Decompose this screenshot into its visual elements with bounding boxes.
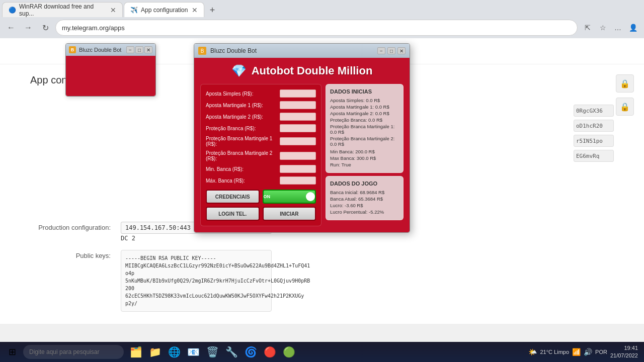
- production-config-label: Production configuration:: [30, 222, 111, 231]
- mini-bot-title-text: Bluzc Double Bot: [79, 47, 123, 53]
- url-text: my.telegram.org/apps: [62, 24, 125, 32]
- favorites-button[interactable]: ☆: [596, 21, 610, 35]
- taskbar-apps: 🗂️ 📁 🌐 📧 🗑️ 🔧 🌀 🔴 🟢: [127, 343, 527, 361]
- bot-main-content: Aposta Simples (R$): Aposta Martingale 1…: [200, 84, 404, 226]
- bot-window-controls: − □ ✕: [377, 47, 406, 54]
- tab-appconfig-label: App configuration: [141, 7, 188, 14]
- bot-field-row-2: Aposta Martingale 1 (R$):: [206, 101, 316, 109]
- public-keys-code: -----BEGIN RSA PUBLIC KEY-----MIIBCgKCAQ…: [121, 250, 272, 312]
- taskbar-app-media[interactable]: 🌀: [242, 343, 260, 361]
- dados-jogo-title: DADOS DO JOGO: [330, 180, 399, 187]
- bot-left-panel: Aposta Simples (R$): Aposta Martingale 1…: [200, 84, 321, 226]
- tab-appconfig-icon: ✈️: [130, 7, 138, 14]
- hash-input-3: r5IN51po: [574, 135, 614, 147]
- page-wrapper: Home FAQ Apps API Protocol App configura…: [0, 38, 644, 324]
- extensions-button[interactable]: ⇱: [581, 21, 595, 35]
- start-button[interactable]: ⊞: [2, 343, 22, 361]
- taskbar-app-email[interactable]: 📧: [184, 343, 202, 361]
- taskbar-app-folder[interactable]: 📁: [146, 343, 164, 361]
- bot-field-label-6: Proteção Branca Martingale 2 (R$):: [206, 150, 278, 161]
- bot-field-row-5: Proteção Branca Martingale 1 (R$):: [206, 136, 316, 147]
- bot-main-title: Autobot Double Million: [252, 64, 373, 77]
- bot-field-input-8[interactable]: [280, 176, 316, 185]
- new-tab-button[interactable]: +: [205, 3, 219, 17]
- bot-field-input-6[interactable]: [280, 152, 316, 160]
- sidebar-icons: 🔒 🔒: [616, 74, 634, 116]
- public-key-text: -----BEGIN RSA PUBLIC KEY-----MIIBCgKCAQ…: [125, 254, 267, 307]
- hash-input-4: EG6mvRq: [574, 150, 614, 162]
- tab-winrar[interactable]: 🔵 WinRAR download free and sup... ✕: [2, 2, 123, 17]
- tray-weather-icon: 🌤️: [528, 348, 537, 356]
- mini-bot-close[interactable]: ✕: [144, 46, 152, 53]
- forward-button[interactable]: →: [21, 21, 35, 35]
- login-tel-button[interactable]: LOGIN TEL.: [206, 207, 260, 221]
- toggle-button[interactable]: ON: [263, 190, 316, 204]
- bot-window-icon: B: [198, 47, 206, 55]
- bot-secondary-buttons: LOGIN TEL. INICIAR: [206, 207, 316, 221]
- mini-bot-restore[interactable]: □: [135, 46, 143, 53]
- bot-field-label-2: Aposta Martingale 1 (R$):: [206, 103, 278, 108]
- toggle-circle: [306, 192, 315, 201]
- bot-field-input-5[interactable]: [280, 137, 316, 145]
- bot-field-input-4[interactable]: [280, 124, 316, 132]
- dados-iniciais-row-3: Aposta Martingale 2: 0.0 R$: [330, 111, 399, 116]
- taskbar-time: 19:41 21/07/2022: [610, 344, 638, 360]
- hash-value-4: EG6mvRq: [576, 153, 599, 159]
- dados-jogo-row-3: Lucro: -3.60 R$: [330, 203, 399, 208]
- tab-winrar-close[interactable]: ✕: [110, 6, 116, 14]
- hash-value-2: oD1hcR20: [576, 123, 603, 129]
- account-button[interactable]: 👤: [626, 21, 640, 35]
- toggle-on-label: ON: [264, 194, 271, 199]
- bot-field-input-1[interactable]: [280, 89, 316, 98]
- taskbar: ⊞ 🗂️ 📁 🌐 📧 🗑️ 🔧 🌀 🔴 🟢 🌤️ 21°C Limpo 📶 🔊 …: [0, 342, 644, 362]
- taskbar-app-browser[interactable]: 🌐: [165, 343, 183, 361]
- bot-field-label-7: Min. Banca (R$):: [206, 166, 278, 172]
- bot-right-panel: DADOS INICIAS Aposta Simples: 0.0 R$ Apo…: [326, 84, 404, 226]
- back-button[interactable]: ←: [4, 21, 18, 35]
- tab-appconfig[interactable]: ✈️ App configuration ✕: [124, 2, 204, 17]
- bot-minimize-button[interactable]: −: [377, 47, 385, 54]
- lock-icon-1[interactable]: 🔒: [616, 74, 634, 93]
- taskbar-app-trash[interactable]: 🗑️: [203, 343, 221, 361]
- lock-icon-2[interactable]: 🔒: [616, 98, 634, 116]
- refresh-button[interactable]: ↻: [38, 21, 52, 35]
- bot-field-row-6: Proteção Branca Martingale 2 (R$):: [206, 150, 316, 161]
- credenciais-button[interactable]: CREDENCIAIS: [206, 190, 260, 204]
- mini-bot-title-bar: B Bluzc Double Bot − □ ✕: [66, 44, 155, 56]
- dados-iniciais-row-4: Proteção Branca: 0.0 R$: [330, 117, 399, 123]
- taskbar-app-bot[interactable]: 🟢: [280, 343, 298, 361]
- bot-field-input-7[interactable]: [280, 165, 316, 173]
- dados-iniciais-row-8: Min Banca: 200.0 R$: [330, 149, 399, 154]
- bot-close-button[interactable]: ✕: [397, 47, 406, 54]
- mini-bot-minimize[interactable]: −: [126, 46, 134, 53]
- tab-winrar-icon: 🔵: [9, 7, 16, 14]
- bot-field-input-3[interactable]: [280, 113, 316, 121]
- mini-bot-controls: − □ ✕: [126, 46, 152, 53]
- mini-bot-window[interactable]: B Bluzc Double Bot − □ ✕: [65, 43, 156, 97]
- time-display: 19:41: [610, 344, 638, 352]
- taskbar-app-antivirus[interactable]: 🔴: [261, 343, 279, 361]
- bot-field-label-8: Máx. Banca (R$):: [206, 178, 278, 184]
- browser-extras: ⇱ ☆ … 👤: [581, 21, 640, 35]
- bot-window-body: 💎 Autobot Double Million Aposta Simples …: [194, 58, 410, 232]
- taskbar-app-settings[interactable]: 🔧: [222, 343, 240, 361]
- bot-field-label-4: Proteção Branca (R$):: [206, 126, 278, 131]
- address-bar[interactable]: my.telegram.org/apps: [55, 20, 578, 36]
- bot-field-row-1: Aposta Simples (R$):: [206, 89, 316, 98]
- settings-button[interactable]: …: [611, 21, 625, 35]
- bot-field-label-5: Proteção Branca Martingale 1 (R$):: [206, 136, 278, 147]
- mini-bot-icon: B: [69, 46, 76, 53]
- iniciar-button[interactable]: INICIAR: [263, 207, 316, 221]
- bot-action-buttons: CREDENCIAIS ON: [206, 190, 316, 204]
- tab-appconfig-close[interactable]: ✕: [192, 6, 198, 14]
- taskbar-app-filemanager[interactable]: 🗂️: [127, 343, 145, 361]
- tray-network-icon[interactable]: 📶: [572, 348, 581, 356]
- tray-sound-icon[interactable]: 🔊: [584, 348, 592, 356]
- bot-field-input-2[interactable]: [280, 101, 316, 109]
- taskbar-search-input[interactable]: [23, 345, 124, 359]
- bot-restore-button[interactable]: □: [387, 47, 395, 54]
- tab-winrar-label: WinRAR download free and sup...: [19, 3, 107, 17]
- bot-field-label-3: Aposta Martingale 2 (R$):: [206, 114, 278, 120]
- date-display: 21/07/2022: [610, 352, 638, 359]
- dados-iniciais-row-10: Run: True: [330, 162, 399, 167]
